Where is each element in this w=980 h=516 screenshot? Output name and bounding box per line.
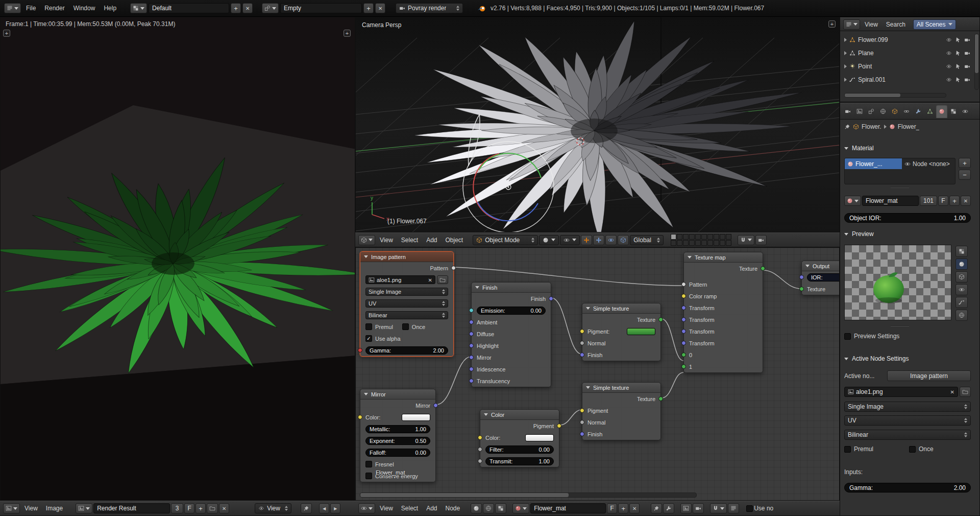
- add-material-slot-button[interactable]: [959, 158, 971, 168]
- texture-1-input-socket[interactable]: [681, 364, 686, 369]
- remove-material-slot-button[interactable]: [959, 170, 971, 180]
- transform-input-socket[interactable]: [681, 341, 686, 345]
- pigment-input-socket[interactable]: [580, 329, 584, 334]
- outliner-item-spiral[interactable]: Spiral.001: [840, 73, 979, 86]
- preview-monkey-button[interactable]: [955, 284, 968, 295]
- menu-file[interactable]: File: [22, 3, 39, 13]
- image-browse-button[interactable]: [76, 503, 92, 513]
- once-checkbox[interactable]: [909, 446, 916, 453]
- material-slot-row-selected[interactable]: Flower_...: [845, 158, 902, 169]
- snap-mode-button[interactable]: [728, 503, 739, 513]
- outliner-area[interactable]: View Search All Scenes Flower.099 Plane …: [840, 17, 980, 102]
- node-header[interactable]: Finish: [472, 283, 551, 293]
- material-fake-user-button[interactable]: F: [938, 196, 948, 206]
- unlink-image-x-icon[interactable]: [428, 277, 432, 283]
- preview-cube-button[interactable]: [955, 271, 968, 283]
- normal-input-socket[interactable]: [580, 420, 584, 425]
- tab-world[interactable]: [877, 105, 889, 118]
- unlink-image-x-icon[interactable]: [950, 388, 954, 395]
- expand-arrow-icon[interactable]: [844, 51, 847, 55]
- scene-add-button[interactable]: [363, 3, 374, 13]
- mirror-color-swatch[interactable]: [402, 414, 430, 421]
- node-texture-map[interactable]: Texture map Texture Pattern Color ramp T…: [683, 252, 763, 373]
- use-alpha-checkbox[interactable]: [365, 335, 372, 342]
- fake-user-button[interactable]: F: [607, 503, 617, 513]
- active-node-value-button[interactable]: Image pattern: [887, 370, 971, 381]
- finish-input-socket[interactable]: [580, 432, 584, 436]
- visibility-eye-icon[interactable]: [946, 50, 952, 56]
- backdrop-button[interactable]: [680, 503, 692, 513]
- tab-material[interactable]: [936, 105, 947, 118]
- render-opengl-button[interactable]: [755, 235, 767, 245]
- snap-node-button[interactable]: [710, 503, 727, 513]
- texture-input-socket[interactable]: [799, 287, 804, 291]
- view3d-view-menu[interactable]: View: [376, 235, 397, 245]
- pattern-output-socket[interactable]: [451, 266, 456, 270]
- visibility-eye-icon[interactable]: [946, 63, 952, 69]
- tab-physics[interactable]: [960, 105, 971, 118]
- shader-type-texture-button[interactable]: [495, 503, 506, 513]
- filter-slider[interactable]: Filter:0.00: [485, 445, 554, 454]
- color-input-socket[interactable]: [358, 415, 362, 419]
- transform-input-socket[interactable]: [681, 306, 686, 310]
- premul-checkbox[interactable]: [844, 446, 851, 453]
- premul-checkbox[interactable]: [365, 323, 372, 330]
- selectability-cursor-icon[interactable]: [955, 50, 961, 56]
- color-input-socket[interactable]: [478, 435, 482, 440]
- ambient-input-socket[interactable]: [469, 320, 474, 324]
- open-image-button[interactable]: [960, 387, 971, 397]
- renderability-camera-icon[interactable]: [964, 63, 970, 69]
- menu-window[interactable]: Window: [70, 3, 99, 13]
- viewport-3d-area[interactable]: y x Camera Persp (1) Flower.067: [355, 17, 840, 232]
- material-panel-header[interactable]: Material: [844, 145, 874, 152]
- falloff-slider[interactable]: Falloff:0.00: [365, 449, 430, 457]
- conserve-energy-checkbox[interactable]: [365, 473, 372, 479]
- new-image-button[interactable]: [195, 503, 206, 513]
- preview-world-button[interactable]: [955, 310, 968, 321]
- tab-constraints[interactable]: [901, 105, 912, 118]
- gamma-slider[interactable]: Gamma:2.00: [844, 483, 971, 492]
- emission-input-socket[interactable]: [469, 308, 474, 313]
- properties-area[interactable]: Flower. Flower_ Material Flower_... Node…: [840, 102, 980, 516]
- ior-input-socket[interactable]: [799, 275, 804, 279]
- material-new-button[interactable]: [949, 196, 960, 206]
- selectability-cursor-icon[interactable]: [955, 77, 961, 83]
- menu-help[interactable]: Help: [100, 3, 120, 13]
- node-header[interactable]: Texture map: [684, 252, 763, 263]
- region-expand-plus-icon[interactable]: [344, 30, 351, 37]
- node-mirror[interactable]: Mirror Mirror Color: Metallic:1.00 Expon…: [360, 389, 436, 482]
- tab-scene[interactable]: [866, 105, 877, 118]
- outliner-filter-select[interactable]: All Scenes: [913, 19, 956, 30]
- editor-type-image-button[interactable]: [3, 503, 20, 513]
- metallic-slider[interactable]: Metallic:1.00: [365, 425, 430, 433]
- transform-input-socket[interactable]: [681, 317, 686, 322]
- preview-resize-grip[interactable]: [891, 325, 909, 326]
- mapping-select[interactable]: UV: [844, 415, 971, 426]
- image-image-menu[interactable]: Image: [42, 503, 66, 513]
- image-datablock-field[interactable]: Render Result: [93, 503, 170, 513]
- scene-name-field[interactable]: Empty: [280, 3, 362, 13]
- pigment-output-socket[interactable]: [557, 424, 561, 428]
- active-image-datablock[interactable]: aloe1.png: [844, 387, 958, 397]
- editor-type-node-button[interactable]: [358, 503, 375, 513]
- pin-image-button[interactable]: [301, 503, 312, 513]
- finish-output-socket[interactable]: [549, 296, 553, 301]
- outliner-hscrollbar[interactable]: [844, 93, 946, 98]
- gamma-slider[interactable]: Gamma:2.00: [365, 346, 448, 355]
- orientation-select[interactable]: Global: [630, 235, 664, 245]
- node-header[interactable]: Output: [802, 261, 840, 271]
- mirror-input-socket[interactable]: [469, 355, 474, 360]
- renderability-camera-icon[interactable]: [964, 77, 970, 83]
- screen-layout-browse-button[interactable]: [130, 3, 147, 13]
- material-browse-button[interactable]: [512, 503, 529, 513]
- node-finish[interactable]: Finish Finish Emission:0.00 Ambient Diff…: [471, 282, 551, 387]
- tab-render-layers[interactable]: [854, 105, 865, 118]
- snap-toggle-button[interactable]: [738, 235, 754, 245]
- texture-0-input-socket[interactable]: [681, 353, 686, 357]
- preview-flat-button[interactable]: [955, 246, 968, 257]
- pigment-input-socket[interactable]: [580, 408, 584, 413]
- node-options-button[interactable]: [663, 503, 674, 513]
- auto-render-button[interactable]: [693, 503, 704, 513]
- texture-output-socket[interactable]: [658, 317, 663, 322]
- shader-type-object-button[interactable]: [471, 503, 482, 513]
